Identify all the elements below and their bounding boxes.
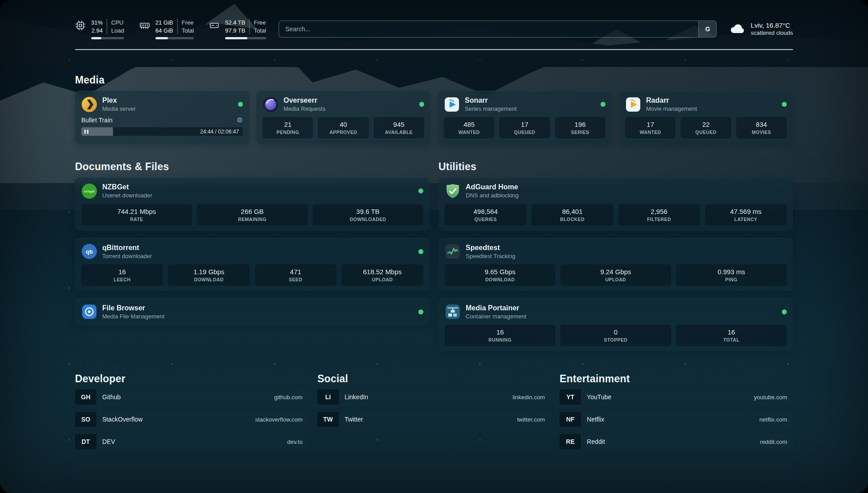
stat-value: 16 [728, 328, 735, 336]
status-dot-online [418, 188, 423, 193]
service-name: Sonarr [465, 96, 517, 105]
cpu-label: CPU [111, 19, 123, 27]
stat-tile-series: 196 SERIES [555, 117, 605, 138]
stat-tile-queued: 22 QUEUED [680, 117, 731, 138]
service-name: Radarr [646, 96, 697, 105]
stat-tile-stopped: 0 STOPPED [560, 325, 671, 346]
stat-label: PING [725, 277, 737, 282]
weather-location: Lviv, 16.87°C [751, 21, 793, 30]
stat-value: 22 [702, 121, 710, 128]
disk-usage-bar [225, 37, 266, 39]
stat-label: AVAILABLE [385, 130, 413, 135]
stat-value: 0.993 ms [718, 268, 745, 276]
now-playing-row: Bullet Train ⚙ [81, 117, 243, 124]
disk-usage-widget: 52.4 TB 97.9 TB Free Total [209, 19, 266, 39]
section-entertainment: Entertainment YT YouTube youtube.com NF … [559, 373, 793, 449]
bookmark-netflix[interactable]: NF Netflix netflix.com [559, 412, 793, 427]
stat-label: SEED [289, 277, 302, 282]
service-description: Media Requests [284, 105, 326, 113]
service-card-sonarr[interactable]: Sonarr Series management 485 WANTED 17 Q… [438, 91, 612, 144]
stat-label: BLOCKED [560, 217, 585, 222]
disk-usage-bar-fill [225, 37, 247, 39]
service-card-overseerr[interactable]: Overseerr Media Requests 21 PENDING 40 A… [256, 91, 430, 144]
service-card-nzbget[interactable]: nzbget NZBGet Usenet downloader 74 [75, 177, 430, 230]
stat-label: MOVIES [752, 130, 771, 135]
service-card-radarr[interactable]: Radarr Movie management 17 WANTED 22 QUE… [619, 91, 793, 144]
settings-gear-icon[interactable]: ⚙ [237, 117, 243, 124]
stat-label: FILTERED [647, 217, 671, 222]
service-description: Torrent downloader [102, 253, 152, 260]
service-description: Movie management [646, 105, 697, 113]
section-title-entertainment: Entertainment [559, 373, 793, 385]
stat-tile-queued: 17 QUEUED [499, 117, 550, 138]
cpu-icon [75, 20, 86, 31]
section-title-documents: Documents & Files [75, 161, 430, 173]
bookmark-url: linkedin.com [513, 394, 545, 401]
stat-label: UPLOAD [372, 277, 393, 282]
search-bar[interactable]: G [279, 21, 717, 38]
stat-value: 196 [575, 121, 586, 128]
stat-value: 1.19 Gbps [193, 268, 224, 276]
service-card-qbittorrent[interactable]: qb qBittorrent Torrent downloader [75, 238, 430, 291]
service-description: Usenet downloader [102, 192, 152, 199]
disk-total-label: Total [254, 27, 266, 35]
bookmark-reddit[interactable]: RE Reddit reddit.com [559, 434, 793, 449]
cpu-usage-bar-fill [91, 37, 101, 39]
section-title-social: Social [317, 373, 551, 385]
topbar: 31% 2.94 CPU Load [75, 15, 793, 43]
status-dot-online [419, 102, 424, 107]
stat-value: 834 [756, 121, 767, 128]
bookmark-name: YouTube [587, 393, 611, 401]
bookmark-twitter[interactable]: TW Twitter twitter.com [317, 412, 551, 427]
stat-label: LATENCY [734, 217, 758, 222]
nzbget-icon: nzbget [81, 183, 97, 199]
service-card-plex[interactable]: Plex Media server Bullet Train ⚙ 24:44 /… [75, 91, 249, 144]
dashboard-screen: 31% 2.94 CPU Load [0, 0, 868, 493]
playback-progress-bar[interactable]: 24:44 / 02:06:47 [81, 127, 243, 136]
bookmark-url: reddit.com [760, 439, 787, 445]
stat-label: DOWNLOADED [350, 217, 386, 222]
stat-tile-available: 945 AVAILABLE [374, 117, 424, 138]
memory-total-label: Total [182, 27, 194, 35]
status-dot-online [601, 102, 605, 107]
service-card-filebrowser[interactable]: File Browser Media File Management [75, 298, 430, 326]
bookmark-youtube[interactable]: YT YouTube youtube.com [559, 389, 793, 405]
bookmark-stackoverflow[interactable]: SO StackOverflow stackoverflow.com [75, 412, 309, 427]
weather-condition: scattered clouds [751, 29, 793, 37]
bookmark-linkedin[interactable]: LI LinkedIn linkedin.com [317, 389, 551, 405]
stat-tile-filtered: 2,956 FILTERED [618, 204, 700, 226]
disk-free-value: 52.4 TB [225, 19, 245, 27]
service-description: Media File Management [102, 313, 164, 320]
stat-label: DOWNLOAD [485, 277, 515, 282]
bookmark-github[interactable]: GH Github github.com [75, 389, 309, 405]
memory-free-value: 21 GiB [155, 19, 173, 27]
dashboard-content: 31% 2.94 CPU Load [0, 0, 868, 493]
service-name: AdGuard Home [466, 183, 519, 192]
bookmark-name: StackOverflow [102, 416, 142, 423]
stat-tile-pending: 21 PENDING [263, 117, 313, 138]
stat-label: QUEUED [514, 130, 535, 135]
stat-value: 266 GB [241, 208, 264, 215]
service-name: Overseerr [284, 96, 326, 105]
stat-label: APPROVED [330, 130, 357, 135]
bookmark-dev[interactable]: DT DEV dev.to [75, 434, 309, 449]
stat-label: PENDING [276, 130, 299, 135]
service-description: Container management [466, 313, 526, 320]
now-playing-title: Bullet Train [81, 117, 113, 124]
service-card-portainer[interactable]: Media Portainer Container management 16 … [438, 298, 793, 351]
stat-label: STOPPED [604, 337, 628, 343]
system-resources: 31% 2.94 CPU Load [75, 19, 266, 39]
service-card-speedtest[interactable]: Speedtest Speedtest Tracking 9.65 Gbps D… [438, 238, 793, 291]
service-card-adguard[interactable]: AdGuard Home DNS and adblocking 498,564 … [438, 177, 793, 230]
svg-text:qb: qb [86, 248, 93, 255]
bookmark-abbr: GH [75, 389, 96, 405]
bookmark-abbr: SO [75, 412, 96, 427]
stat-value: 21 [284, 121, 292, 128]
search-engine-button[interactable]: G [698, 21, 716, 37]
bookmark-name: DEV [102, 438, 115, 445]
stat-tile-upload: 9.24 Gbps UPLOAD [560, 264, 671, 286]
stat-label: QUERIES [475, 217, 497, 222]
search-input[interactable] [279, 21, 698, 37]
bookmark-url: dev.to [287, 439, 302, 445]
bookmark-abbr: TW [317, 412, 339, 427]
